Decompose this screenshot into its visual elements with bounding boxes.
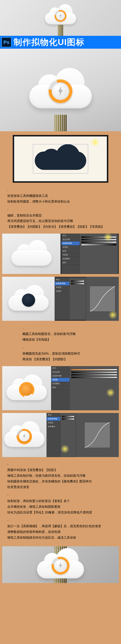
cable-lines bbox=[60, 25, 61, 36]
orange-ring bbox=[19, 382, 34, 398]
progress-ring bbox=[52, 556, 69, 574]
layer-style-dialog: 样式 混合选项 斜面和浮雕 内阴影 渐变叠加 投影 bbox=[51, 366, 119, 410]
hero-preview bbox=[0, 0, 121, 36]
inner-circle-dark bbox=[22, 294, 35, 307]
highlight-marker bbox=[103, 233, 112, 242]
progress-ring bbox=[55, 10, 67, 22]
step5-screenshot: 样式 斜面和浮雕 等高线 渐变叠加 bbox=[2, 413, 119, 457]
cloud-white bbox=[11, 242, 52, 266]
style-list: 样式 混合选项 斜面和浮雕 等高线 纹理 内阴影 渐变叠加 投影 bbox=[61, 234, 80, 274]
step3-screenshot: 样式 斜面和浮雕 等高线 内阴影 bbox=[2, 277, 119, 321]
step4-screenshot: 样式 混合选项 斜面和浮雕 内阴影 渐变叠加 投影 bbox=[2, 366, 119, 410]
progress-ring bbox=[49, 79, 72, 103]
lightning-icon bbox=[59, 14, 62, 18]
step2-row: 样式 混合选项 斜面和浮雕 等高线 纹理 内阴影 渐变叠加 投影 bbox=[2, 234, 119, 277]
cloud-icon-large bbox=[29, 72, 92, 108]
step3-text: - 两圆中间添加【渐变叠加】【投影】 钢笔工具绘制闪电，转换为路径填充色，添加斜… bbox=[2, 460, 119, 545]
tutorial-title: 制作拟物化UI图标 bbox=[14, 36, 85, 48]
cloud-icon-final bbox=[37, 551, 84, 578]
highlight-marker bbox=[91, 138, 99, 147]
main-preview bbox=[0, 49, 121, 131]
lightning-icon bbox=[57, 87, 64, 96]
cloud-with-ring bbox=[7, 376, 47, 400]
step1-screenshot bbox=[13, 135, 108, 183]
highlight-marker bbox=[106, 388, 115, 397]
tutorial-content: - 矩形形状工具和椭圆形状工具 绘制矩形和圆形，调整大小和位置来绘制云朵 - 编… bbox=[0, 131, 121, 587]
highlight-marker bbox=[61, 444, 69, 454]
cloud-with-circle bbox=[8, 287, 49, 311]
cloud-with-bolt bbox=[4, 423, 45, 447]
step2-layerstyle-panel: 样式 混合选项 斜面和浮雕 等高线 纹理 内阴影 渐变叠加 投影 bbox=[61, 234, 119, 274]
cloud-shape-dark bbox=[35, 146, 86, 172]
final-screenshot bbox=[2, 546, 119, 583]
lightning-icon bbox=[22, 433, 26, 439]
photoshop-icon: Ps bbox=[2, 37, 12, 47]
cable-lines bbox=[60, 115, 61, 131]
step2-cloud-render bbox=[2, 234, 61, 274]
contour-editor bbox=[86, 277, 119, 321]
layer-style-dialog: 样式 斜面和浮雕 等高线 内阴影 bbox=[55, 278, 86, 320]
title-bar: Ps 制作拟物化UI图标 bbox=[0, 36, 121, 49]
highlight-marker bbox=[108, 310, 117, 319]
lightning-icon bbox=[58, 562, 63, 569]
contour-editor bbox=[76, 413, 119, 457]
step1-text: - 矩形形状工具和椭圆形状工具 绘制矩形和圆形，调整大小和位置来绘制云朵 - 编… bbox=[2, 186, 119, 234]
layer-style-dialog: 样式 混合选项 斜面和浮雕 等高线 纹理 内阴影 渐变叠加 投影 bbox=[61, 234, 118, 274]
cloud-icon-small bbox=[45, 6, 76, 24]
step2-text: - 椭圆工具绘制圆形后，添加斜面与浮雕 继续添加【等高线】 - 将椭圆填充改为0… bbox=[2, 324, 119, 366]
